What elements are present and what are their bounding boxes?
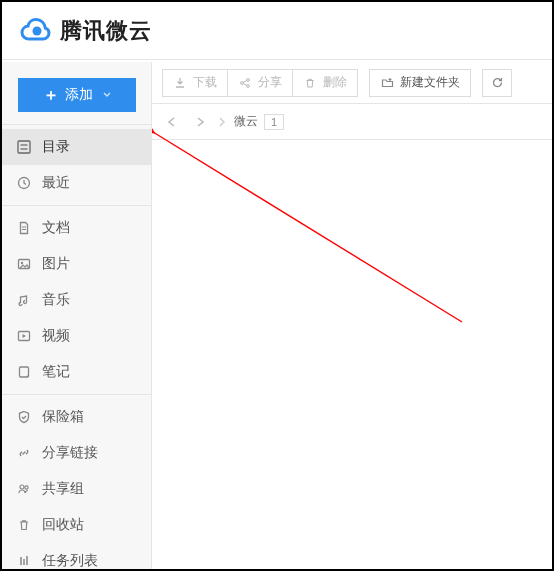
toolbar: 下载 分享 删除 [152, 62, 552, 104]
plus-icon: ＋ [43, 85, 59, 106]
nav-forward-button[interactable] [190, 112, 210, 132]
svg-point-13 [241, 81, 244, 84]
add-button-label: 添加 [65, 86, 93, 104]
sidebar-item-label: 保险箱 [42, 408, 84, 426]
delete-button[interactable]: 删除 [292, 69, 358, 97]
svg-rect-1 [18, 141, 30, 153]
doc-icon [16, 220, 32, 236]
sidebar-item-safebox[interactable]: 保险箱 [2, 399, 151, 435]
sidebar: ＋ 添加 目录 最近 [2, 62, 152, 569]
tasks-icon [16, 553, 32, 569]
brand-logo: 腾讯微云 [18, 14, 152, 48]
shield-icon [16, 409, 32, 425]
brand-name: 腾讯微云 [60, 16, 152, 46]
refresh-icon [490, 76, 504, 90]
breadcrumb-divider-icon [218, 116, 226, 128]
app-header: 腾讯微云 [2, 2, 552, 60]
share-button[interactable]: 分享 [227, 69, 293, 97]
main-panel: 下载 分享 删除 [152, 62, 552, 569]
sidebar-item-trash[interactable]: 回收站 [2, 507, 151, 543]
cloud-icon [18, 14, 52, 48]
sidebar-item-directory[interactable]: 目录 [2, 129, 151, 165]
sidebar-item-label: 分享链接 [42, 444, 98, 462]
clock-icon [16, 175, 32, 191]
svg-point-11 [20, 485, 24, 489]
toolbar-label: 删除 [323, 74, 347, 91]
trash-icon [16, 517, 32, 533]
download-button[interactable]: 下载 [162, 69, 228, 97]
sidebar-item-label: 音乐 [42, 291, 70, 309]
svg-point-8 [21, 262, 23, 264]
sidebar-item-video[interactable]: 视频 [2, 318, 151, 354]
link-icon [16, 445, 32, 461]
group-icon [16, 481, 32, 497]
delete-icon [303, 76, 317, 90]
list-icon [16, 139, 32, 155]
toolbar-label: 分享 [258, 74, 282, 91]
share-icon [238, 76, 252, 90]
new-folder-button[interactable]: 新建文件夹 [369, 69, 471, 97]
sidebar-item-sharelinks[interactable]: 分享链接 [2, 435, 151, 471]
sidebar-item-notes[interactable]: 笔记 [2, 354, 151, 390]
chevron-down-icon [103, 91, 111, 99]
sidebar-item-label: 目录 [42, 138, 70, 156]
sidebar-item-label: 视频 [42, 327, 70, 345]
note-icon [16, 364, 32, 380]
svg-line-16 [153, 132, 462, 322]
sidebar-item-label: 图片 [42, 255, 70, 273]
toolbar-label: 新建文件夹 [400, 74, 460, 91]
video-icon [16, 328, 32, 344]
sidebar-item-docs[interactable]: 文档 [2, 210, 151, 246]
breadcrumb-count: 1 [264, 114, 284, 130]
sidebar-item-groups[interactable]: 共享组 [2, 471, 151, 507]
refresh-button[interactable] [482, 69, 512, 97]
svg-point-15 [247, 84, 250, 87]
sidebar-item-label: 任务列表 [42, 552, 98, 570]
add-button[interactable]: ＋ 添加 [18, 78, 136, 112]
svg-point-14 [247, 78, 250, 81]
sidebar-item-label: 共享组 [42, 480, 84, 498]
sidebar-item-label: 文档 [42, 219, 70, 237]
sidebar-item-label: 笔记 [42, 363, 70, 381]
music-icon [16, 292, 32, 308]
sidebar-item-images[interactable]: 图片 [2, 246, 151, 282]
svg-point-0 [33, 26, 42, 35]
sidebar-item-label: 最近 [42, 174, 70, 192]
breadcrumb-root[interactable]: 微云 [234, 113, 258, 130]
new-folder-icon [380, 76, 394, 90]
sidebar-item-music[interactable]: 音乐 [2, 282, 151, 318]
sidebar-item-label: 回收站 [42, 516, 84, 534]
download-icon [173, 76, 187, 90]
image-icon [16, 256, 32, 272]
nav-back-button[interactable] [162, 112, 182, 132]
sidebar-item-recent[interactable]: 最近 [2, 165, 151, 201]
sidebar-item-tasks[interactable]: 任务列表 [2, 543, 151, 571]
svg-rect-10 [20, 367, 29, 377]
svg-point-12 [25, 486, 28, 489]
toolbar-label: 下载 [193, 74, 217, 91]
breadcrumb: 微云 1 [152, 104, 552, 140]
